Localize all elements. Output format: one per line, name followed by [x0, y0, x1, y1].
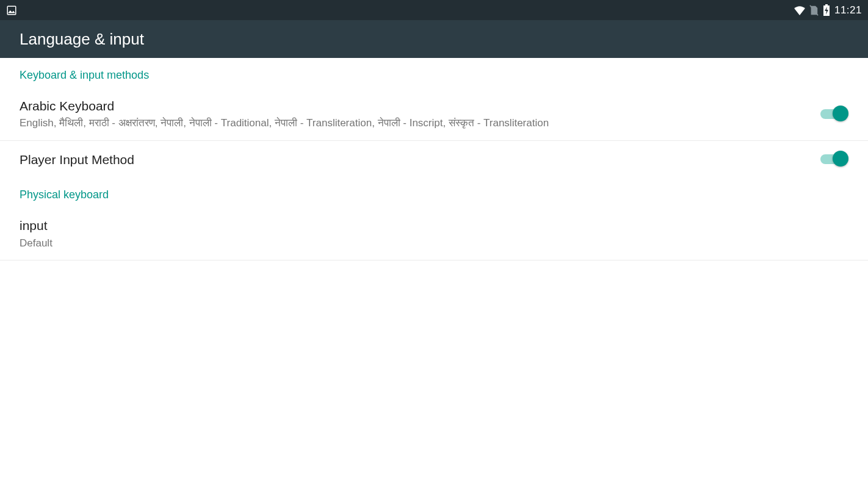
picture-icon	[6, 5, 17, 16]
list-item-body: input Default	[20, 217, 848, 250]
list-item-title: Player Input Method	[20, 151, 811, 168]
wifi-icon	[794, 5, 806, 15]
page-title: Language & input	[20, 30, 144, 49]
svg-rect-3	[825, 4, 828, 5]
list-item-subtitle: English, मैथिली, मराठी - अक्षरांतरण, नेप…	[20, 117, 811, 131]
status-bar: 11:21	[0, 0, 868, 20]
list-item-title: Arabic Keyboard	[20, 98, 811, 114]
status-time: 11:21	[834, 4, 862, 16]
status-right: 11:21	[794, 4, 862, 16]
switch-thumb	[833, 106, 848, 121]
section-header-keyboard-input-methods: Keyboard & input methods	[0, 58, 868, 88]
list-item-title: input	[20, 217, 848, 234]
battery-charging-icon	[822, 4, 831, 16]
list-item-body: Arabic Keyboard English, मैथिली, मराठी -…	[20, 98, 811, 131]
switch-thumb	[833, 151, 848, 167]
svg-rect-0	[7, 6, 16, 15]
app-bar: Language & input	[0, 20, 868, 58]
list-item-player-input-method[interactable]: Player Input Method	[0, 141, 868, 178]
status-left	[6, 5, 17, 16]
no-sim-icon	[809, 5, 819, 16]
list-item-input[interactable]: input Default	[0, 207, 868, 260]
list-item-body: Player Input Method	[20, 151, 811, 168]
switch-arabic-keyboard[interactable]	[820, 106, 848, 123]
list-item-subtitle: Default	[20, 237, 848, 251]
list-item-arabic-keyboard[interactable]: Arabic Keyboard English, मैथिली, मराठी -…	[0, 88, 868, 141]
section-header-physical-keyboard: Physical keyboard	[0, 178, 868, 207]
switch-player-input-method[interactable]	[820, 151, 848, 168]
content: Keyboard & input methods Arabic Keyboard…	[0, 58, 868, 260]
